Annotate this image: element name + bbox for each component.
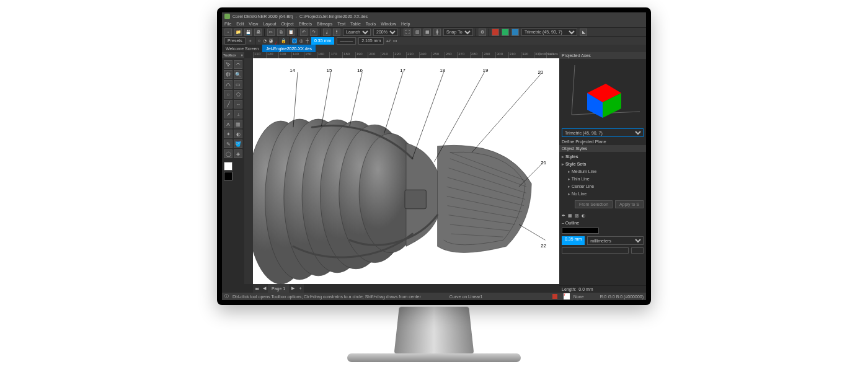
transparency-tool[interactable]: ◐ bbox=[234, 130, 242, 138]
fill-pattern2-icon[interactable]: ▨ bbox=[575, 213, 579, 218]
outline-color-swatch[interactable] bbox=[562, 228, 599, 234]
drawing-canvas[interactable]: 14 15 16 17 18 19 20 21 22 bbox=[253, 58, 559, 284]
tree-stylesets[interactable]: Style Sets bbox=[562, 161, 644, 168]
palette3-icon[interactable] bbox=[512, 29, 519, 36]
menu-text[interactable]: Text bbox=[337, 22, 345, 26]
menu-file[interactable]: File bbox=[224, 22, 231, 26]
outline-width-value[interactable]: 0.35 mm bbox=[562, 236, 585, 245]
shape-tool[interactable] bbox=[234, 60, 242, 69]
ellipse-icon[interactable]: ○ bbox=[258, 38, 260, 43]
menu-window[interactable]: Window bbox=[381, 22, 396, 26]
ellipse-tool[interactable]: ○ bbox=[224, 90, 232, 99]
line-style-preview[interactable] bbox=[562, 247, 629, 254]
menu-object[interactable]: Object bbox=[281, 22, 293, 26]
fill-pattern-icon[interactable]: ▦ bbox=[568, 213, 572, 218]
tab-welcome[interactable]: Welcome Screen bbox=[222, 45, 262, 52]
menu-bitmaps[interactable]: Bitmaps bbox=[317, 22, 332, 26]
pick-tool[interactable] bbox=[224, 60, 232, 69]
from-selection-button[interactable]: From Selection bbox=[575, 200, 613, 208]
snap-dropdown[interactable]: Snap To bbox=[443, 29, 473, 36]
outline-swatch[interactable] bbox=[224, 172, 232, 180]
outline-unit-dropdown[interactable]: millimeters bbox=[587, 236, 644, 245]
palette-icon[interactable] bbox=[492, 29, 499, 36]
projected-ellipse-icon[interactable]: ◯ bbox=[292, 38, 297, 43]
crop-tool[interactable] bbox=[224, 70, 232, 79]
concentric-icon[interactable]: ◎ bbox=[299, 38, 303, 43]
bound-icon[interactable]: ▭ bbox=[393, 38, 397, 43]
3point-icon[interactable]: ◔ bbox=[263, 38, 267, 43]
page-first-icon[interactable]: ⏮ bbox=[253, 284, 260, 293]
field2-input[interactable]: 2.165 mm bbox=[358, 37, 384, 45]
docker-projection-dropdown[interactable]: Trimetric (45, 90, 7) bbox=[562, 128, 644, 137]
open-icon[interactable]: 📁 bbox=[234, 29, 242, 36]
paste-icon[interactable]: 📋 bbox=[287, 29, 294, 36]
line-style-dropdown[interactable]: ——— bbox=[337, 37, 356, 45]
apply-to-button[interactable]: Apply to S bbox=[615, 200, 644, 208]
transparency-icon[interactable]: ◐ bbox=[582, 213, 585, 218]
tree-medium-line[interactable]: Medium Line bbox=[568, 168, 644, 175]
rulers-icon[interactable]: ▥ bbox=[414, 29, 421, 36]
page-next-icon[interactable]: ▶ bbox=[289, 284, 296, 293]
callout-tool[interactable]: ↗ bbox=[224, 110, 232, 118]
zoom-tool[interactable]: 🔍 bbox=[234, 70, 242, 79]
rectangle-tool[interactable]: ▭ bbox=[234, 80, 242, 89]
line-tool[interactable]: ╱ bbox=[224, 100, 232, 109]
toolbox-close-icon[interactable]: × bbox=[241, 53, 243, 57]
freehand-tool[interactable] bbox=[224, 80, 232, 89]
tree-styles[interactable]: Styles bbox=[562, 153, 644, 161]
axes-icon[interactable]: ◣ bbox=[580, 29, 587, 36]
styles-tree[interactable]: Styles Style Sets Medium Line Thin Line … bbox=[559, 152, 646, 199]
palette2-icon[interactable] bbox=[502, 29, 509, 36]
zoom-dropdown[interactable]: 200% bbox=[373, 29, 398, 36]
grid-icon[interactable]: ▦ bbox=[423, 29, 431, 36]
line-cap-dropdown[interactable] bbox=[631, 247, 644, 254]
tree-no-line[interactable]: No Line bbox=[568, 190, 644, 198]
effects-tool[interactable]: ✦ bbox=[224, 130, 232, 138]
text-tool[interactable]: A bbox=[224, 120, 232, 128]
menu-layout[interactable]: Layout bbox=[263, 22, 276, 26]
tree-center-line[interactable]: Center Line bbox=[568, 183, 644, 190]
lock-icon[interactable]: 🔒 bbox=[281, 38, 286, 43]
projected-axes-view[interactable] bbox=[559, 59, 646, 127]
centerline-icon[interactable]: ┼ bbox=[306, 38, 309, 43]
wrap-icon[interactable]: ⮐ bbox=[386, 38, 391, 43]
save-icon[interactable]: 💾 bbox=[244, 29, 252, 36]
fullscreen-icon[interactable]: ⛶ bbox=[404, 29, 411, 36]
connector-tool[interactable]: ⟂ bbox=[234, 110, 242, 118]
options-icon[interactable]: ⚙ bbox=[479, 29, 486, 36]
menu-effects[interactable]: Effects bbox=[299, 22, 312, 26]
eyedropper-tool[interactable]: ✎ bbox=[224, 140, 232, 148]
guides-icon[interactable]: ╋ bbox=[433, 29, 441, 36]
redo-icon[interactable]: ↷ bbox=[310, 29, 317, 36]
presets-dropdown[interactable]: Presets bbox=[224, 37, 246, 45]
launch-dropdown[interactable]: Launch bbox=[343, 29, 371, 36]
dimension-tool[interactable]: ↔ bbox=[234, 100, 242, 109]
pie-icon[interactable]: ◕ bbox=[269, 38, 273, 43]
outline-pen-icon[interactable]: ✒ bbox=[562, 213, 565, 218]
menu-help[interactable]: Help bbox=[401, 22, 410, 26]
menu-table[interactable]: Table bbox=[350, 22, 361, 26]
outline-width-input[interactable]: 0.35 mm bbox=[311, 37, 334, 45]
new-doc-icon[interactable]: ▫ bbox=[224, 29, 232, 36]
status-stop-icon[interactable] bbox=[552, 294, 557, 299]
fill-swatch[interactable] bbox=[224, 162, 232, 171]
projection-dropdown[interactable]: Trimetric (45, 90, 7) bbox=[521, 29, 577, 36]
undo-icon[interactable]: ↶ bbox=[300, 29, 308, 36]
copy-icon[interactable]: ⧉ bbox=[277, 29, 285, 36]
print-icon[interactable]: 🖶 bbox=[254, 29, 262, 36]
tree-thin-line[interactable]: Thin Line bbox=[568, 175, 644, 183]
page-add-icon[interactable]: ＋ bbox=[296, 284, 304, 293]
polygon-tool[interactable]: ⬠ bbox=[234, 90, 242, 99]
fill-tool[interactable]: 🪣 bbox=[234, 140, 242, 148]
export-icon[interactable]: ⭱ bbox=[333, 29, 340, 36]
cut-icon[interactable]: ✂ bbox=[267, 29, 275, 36]
menu-tools[interactable]: Tools bbox=[366, 22, 376, 26]
menu-edit[interactable]: Edit bbox=[236, 22, 244, 26]
menu-view[interactable]: View bbox=[249, 22, 258, 26]
tab-document[interactable]: Jet-Engine2020-XX.des bbox=[262, 45, 316, 52]
add-preset-icon[interactable]: ＋ bbox=[248, 38, 252, 44]
import-icon[interactable]: ⭳ bbox=[323, 29, 330, 36]
table-tool[interactable]: ▦ bbox=[234, 120, 242, 128]
smartfill-tool[interactable]: ◈ bbox=[234, 149, 242, 158]
page-tab[interactable]: Page 1 bbox=[268, 284, 289, 293]
